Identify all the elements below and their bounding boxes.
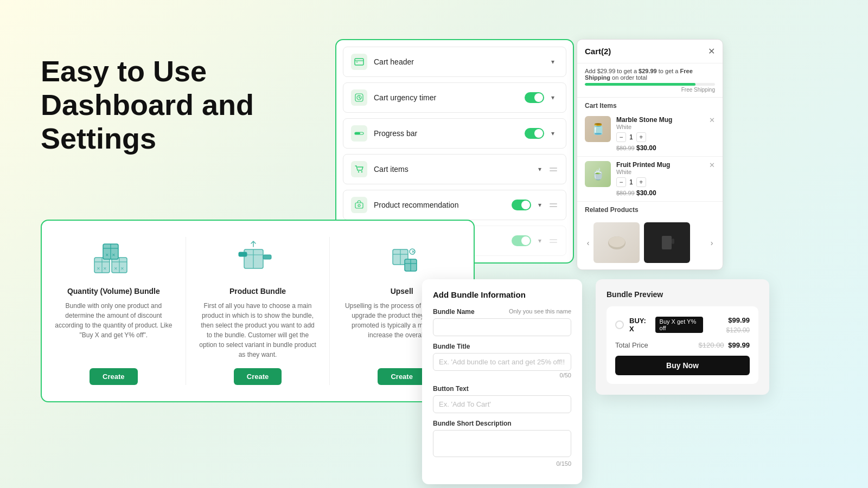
bundle-desc-input[interactable] <box>433 430 571 457</box>
cart-item-2-original: $80.99 <box>616 190 635 196</box>
preview-total-sale: $99.99 <box>728 341 750 349</box>
preview-title: Bundle Preview <box>607 290 758 299</box>
cart-item-1-info: Marble Stone Mug White − 1 + $80.99 $30.… <box>616 116 715 152</box>
shipping-prefix: Add $29.99 to get a <box>585 68 637 74</box>
cart-header-chevron[interactable]: ▾ <box>547 56 558 67</box>
divider-2 <box>329 237 330 385</box>
bundle-name-input[interactable] <box>433 318 571 336</box>
cart-item-1-qty: − 1 + <box>616 132 715 142</box>
cart-items-section-title: Cart Items <box>577 98 723 112</box>
svg-rect-0 <box>355 59 363 65</box>
preview-card: BUY: X Buy X get Y% off $99.99 $120.00 T… <box>607 306 758 384</box>
dashboard-item-progress[interactable]: Progress bar ▾ <box>343 118 566 149</box>
dashboard-item-cart-items[interactable]: Cart items ▾ <box>343 154 566 184</box>
bundle-title-counter: 0/50 <box>433 372 571 378</box>
cart-items-chevron[interactable]: ▾ <box>534 164 545 175</box>
product-rec-drag[interactable] <box>548 202 558 208</box>
svg-text:✕: ✕ <box>120 266 124 271</box>
cart-item-1-plus[interactable]: + <box>636 132 646 142</box>
extra1-chevron[interactable]: ▾ <box>534 235 545 246</box>
button-text-input[interactable] <box>433 395 571 413</box>
cart-header-bar: Cart(2) ✕ <box>577 40 723 63</box>
cart-item-2-remove[interactable]: ✕ <box>709 161 715 169</box>
svg-rect-17 <box>672 239 674 244</box>
urgency-toggle[interactable] <box>525 92 544 103</box>
quantity-bundle-icon: ✕ ✕ ✕ ✕ ✕ ✕ <box>86 237 141 280</box>
cart-title: Cart(2) <box>585 47 611 56</box>
modal-title: Add Bundle Information <box>433 290 571 299</box>
related-item-1[interactable] <box>593 222 640 263</box>
cart-item-1-price: $80.99 $30.00 <box>616 144 715 152</box>
preview-badge: Buy X get Y% off <box>655 317 703 333</box>
cart-progress-fill <box>585 83 695 86</box>
dashboard-item-cart-header[interactable]: Cart header ▾ <box>343 47 566 77</box>
upsell-icon: ✕ <box>375 237 429 280</box>
extra1-drag[interactable] <box>548 238 558 244</box>
cart-item-1-remove[interactable]: ✕ <box>709 116 715 124</box>
cart-item-2-image: 🍵 <box>585 161 611 187</box>
related-section-title: Related Products <box>577 202 723 216</box>
preview-total-row: Total Price $120.00 $99.99 <box>615 341 750 349</box>
svg-rect-8 <box>355 132 360 134</box>
divider-1 <box>186 237 186 385</box>
extra1-toggle[interactable] <box>512 235 531 246</box>
progress-chevron[interactable]: ▾ <box>547 128 558 139</box>
dashboard-item-product-rec[interactable]: Product recommendation ▾ <box>343 190 566 220</box>
urgency-icon <box>351 89 367 106</box>
preview-prices: $99.99 $120.00 <box>709 315 750 335</box>
urgency-controls: ▾ <box>525 92 558 103</box>
progress-toggle[interactable] <box>525 128 544 139</box>
bundle-title-label: Bundle Title <box>433 343 571 350</box>
svg-text:✕: ✕ <box>97 266 100 271</box>
cart-header-label: Cart header <box>374 57 547 66</box>
svg-rect-11 <box>355 203 363 208</box>
product-rec-chevron[interactable]: ▾ <box>534 200 545 210</box>
bundle-card-quantity: ✕ ✕ ✕ ✕ ✕ ✕ Quantity (Volume) Bundle Bun… <box>55 237 173 385</box>
button-text-group: Button Text <box>433 385 571 413</box>
product-bundle-create-btn[interactable]: Create <box>234 368 282 385</box>
cart-items-drag[interactable] <box>548 166 558 172</box>
hero-line2: Dashboard and <box>41 88 254 121</box>
related-products-section: ‹ › <box>577 216 723 269</box>
preview-total-prices: $120.00 $99.99 <box>699 341 750 349</box>
bundle-name-label: Bundle Name Only you see this name <box>433 308 571 316</box>
preview-buy-btn[interactable]: Buy Now <box>615 356 750 375</box>
upsell-create-btn[interactable]: Create <box>378 368 425 385</box>
svg-text:✕: ✕ <box>105 253 109 258</box>
cart-items-icon <box>351 161 367 177</box>
cart-item-2-minus[interactable]: − <box>616 177 626 187</box>
carousel-prev[interactable]: ‹ <box>583 237 593 248</box>
product-bundle-desc: First of all you have to choose a main p… <box>199 301 317 359</box>
urgency-chevron[interactable]: ▾ <box>547 92 558 103</box>
bundle-card-product: Product Bundle First of all you have to … <box>199 237 317 385</box>
cart-item-1-variant: White <box>616 124 715 130</box>
svg-point-2 <box>356 62 358 63</box>
cart-header-icon <box>351 54 367 70</box>
preview-original-price: $120.00 <box>726 326 750 334</box>
cart-item-1-minus[interactable]: − <box>616 132 626 142</box>
dashboard-item-urgency[interactable]: Cart urgency timer ▾ <box>343 82 566 113</box>
bundle-desc-counter: 0/150 <box>433 460 571 467</box>
related-items-list <box>593 222 706 263</box>
bundle-title-input[interactable] <box>433 353 571 371</box>
svg-rect-36 <box>239 252 247 256</box>
cart-close-btn[interactable]: ✕ <box>708 46 715 56</box>
related-item-2[interactable] <box>644 222 690 263</box>
bundle-desc-group: Bundle Short Description 0/150 <box>433 420 571 467</box>
product-rec-toggle[interactable] <box>512 200 531 210</box>
quantity-bundle-title: Quantity (Volume) Bundle <box>67 287 160 296</box>
bundle-desc-label: Bundle Short Description <box>433 420 571 427</box>
hero-line1: Easy to Use <box>41 55 207 87</box>
quantity-bundle-create-btn[interactable]: Create <box>90 368 137 385</box>
preview-radio[interactable] <box>615 320 624 329</box>
cart-preview-panel: Cart(2) ✕ Add $29.99 to get a $29.99 to … <box>577 39 723 270</box>
carousel-next[interactable]: › <box>706 237 717 248</box>
preview-sale-price: $99.99 <box>728 316 750 324</box>
preview-buy-label: BUY: X <box>629 317 650 333</box>
cart-item-1-sale: $30.00 <box>636 144 656 152</box>
preview-total-label: Total Price <box>615 341 648 349</box>
cart-item-1: 🫙 Marble Stone Mug White − 1 + $80.99 $3… <box>577 112 723 157</box>
preview-bundle-row: BUY: X Buy X get Y% off $99.99 $120.00 <box>615 315 750 335</box>
cart-item-1-count: 1 <box>629 133 633 141</box>
cart-item-2-plus[interactable]: + <box>636 177 646 187</box>
